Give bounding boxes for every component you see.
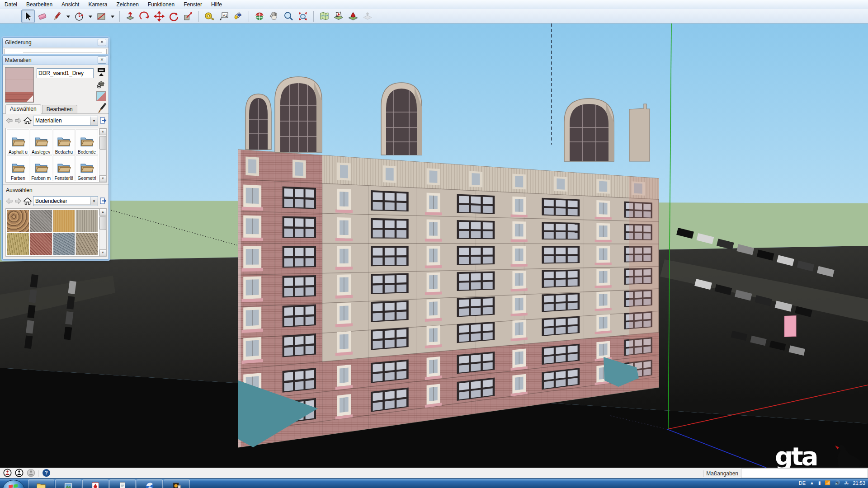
- taskbar-app-google-earth[interactable]: [137, 479, 163, 488]
- model-scene[interactable]: [0, 23, 868, 468]
- materials-titlebar[interactable]: Materialien ✕: [3, 56, 108, 65]
- tool-push-pull[interactable]: [123, 9, 137, 23]
- texture-swatch-blue-gravel[interactable]: [53, 233, 75, 255]
- tool-tape-measure[interactable]: [203, 9, 216, 23]
- tool-select[interactable]: [21, 9, 35, 23]
- taskbar-app-notepad[interactable]: [109, 479, 136, 488]
- material-folder[interactable]: Bedachu: [53, 129, 75, 155]
- tool-eraser[interactable]: [36, 9, 49, 23]
- network-icon[interactable]: 🖧: [844, 480, 849, 485]
- home-icon[interactable]: [24, 197, 32, 205]
- geolocation-icon[interactable]: [3, 469, 12, 479]
- material-folder[interactable]: Asphalt u: [7, 129, 29, 155]
- tool-text[interactable]: A1: [217, 9, 231, 23]
- tray-expand-icon[interactable]: ▲: [810, 480, 814, 485]
- tool-zoom-extents[interactable]: [296, 9, 310, 23]
- forward-arrow-icon[interactable]: [14, 117, 22, 124]
- create-material-icon[interactable]: [97, 80, 106, 89]
- tool-zoom[interactable]: [282, 9, 295, 23]
- menu-ansicht[interactable]: Ansicht: [57, 0, 84, 9]
- pink-marker-face[interactable]: [784, 316, 796, 337]
- material-folder[interactable]: Fensterlä: [53, 155, 75, 181]
- tool-pencil-dropdown[interactable]: [65, 9, 71, 23]
- default-material-icon[interactable]: [96, 91, 106, 101]
- chevron-down-icon[interactable]: ▼: [90, 117, 98, 125]
- menu-funktionen[interactable]: Funktionen: [143, 0, 179, 9]
- taskbar-clock[interactable]: 21:53: [853, 480, 865, 486]
- collection-dropdown-secondary[interactable]: Bodendecker ▼: [33, 196, 98, 206]
- taskbar-app-sketchup[interactable]: [82, 479, 108, 488]
- help-icon[interactable]: ?: [42, 469, 51, 479]
- scroll-down-icon[interactable]: ▼: [99, 175, 106, 182]
- menu-datei[interactable]: Datei: [0, 0, 22, 9]
- texture-swatch-pebbles[interactable]: [7, 210, 29, 232]
- material-folder[interactable]: Geometri: [75, 155, 98, 181]
- collection-dropdown-primary[interactable]: Materialien ▼: [33, 116, 98, 126]
- chevron-down-icon[interactable]: ▼: [90, 197, 98, 205]
- tool-arc-dropdown[interactable]: [87, 9, 94, 23]
- scroll-down-icon[interactable]: ▼: [99, 249, 106, 256]
- texture-swatch-dry-grass[interactable]: [7, 233, 29, 255]
- home-icon[interactable]: [24, 117, 32, 124]
- taskbar-app-windows-explorer[interactable]: [28, 479, 54, 488]
- texture-swatch-sand[interactable]: [53, 210, 75, 232]
- menu-hilfe[interactable]: Hilfe: [207, 0, 226, 9]
- scrollbar-secondary[interactable]: ▲ ▼: [99, 209, 106, 256]
- scrollbar-primary[interactable]: ▲ ▼: [99, 128, 106, 182]
- tool-share-model[interactable]: [361, 9, 374, 23]
- sign-in-icon[interactable]: [27, 469, 35, 479]
- menu-bearbeiten[interactable]: Bearbeiten: [22, 0, 57, 9]
- tool-pencil[interactable]: [50, 9, 64, 23]
- forward-arrow-icon[interactable]: [14, 197, 22, 205]
- texture-swatch-red-granite[interactable]: [30, 233, 52, 255]
- materials-panel[interactable]: Materialien ✕: [2, 55, 109, 260]
- material-name-field[interactable]: [37, 68, 94, 78]
- outliner-filter-input[interactable]: [5, 49, 107, 56]
- scroll-thumb[interactable]: [99, 136, 106, 150]
- menu-fenster[interactable]: Fenster: [179, 0, 207, 9]
- material-folder[interactable]: Bodende: [75, 129, 98, 155]
- material-folder[interactable]: Farben: [7, 155, 29, 181]
- volume-icon[interactable]: 🔊: [835, 480, 840, 485]
- texture-swatch-mixed-gravel[interactable]: [75, 233, 98, 255]
- tool-rectangle[interactable]: [94, 9, 108, 23]
- tool-rotate[interactable]: [167, 9, 180, 23]
- details-arrow-icon[interactable]: [99, 117, 107, 125]
- tool-follow-me[interactable]: [138, 9, 151, 23]
- texture-swatch-gray-gravel[interactable]: [30, 210, 52, 232]
- tool-rectangle-dropdown[interactable]: [109, 9, 116, 23]
- tool-toggle-terrain[interactable]: [332, 9, 345, 23]
- viewport-3d[interactable]: Gliederung ✕ Materialien ✕: [0, 23, 868, 468]
- menu-kamera[interactable]: Kamera: [84, 0, 112, 9]
- secondary-pane-toggle-icon[interactable]: [97, 68, 105, 77]
- tool-arc[interactable]: [72, 9, 86, 23]
- tool-move[interactable]: [152, 9, 166, 23]
- tool-pan[interactable]: [267, 9, 281, 23]
- model-info-icon[interactable]: [15, 469, 24, 479]
- wifi-icon[interactable]: 📶: [825, 480, 830, 485]
- eyedropper-icon[interactable]: [97, 103, 107, 115]
- tool-orbit[interactable]: [253, 9, 266, 23]
- tool-scale[interactable]: [181, 9, 195, 23]
- texture-swatch-striped-gravel[interactable]: [75, 210, 98, 232]
- material-folder[interactable]: Auslegev: [30, 129, 52, 155]
- tool-paint-bucket[interactable]: [231, 9, 245, 23]
- scroll-up-icon[interactable]: ▲: [99, 209, 106, 216]
- language-indicator[interactable]: DE: [799, 480, 806, 486]
- battery-icon[interactable]: ▮: [818, 480, 821, 485]
- scroll-up-icon[interactable]: ▲: [99, 128, 106, 135]
- close-icon[interactable]: ✕: [98, 56, 106, 64]
- tab-auswaehlen[interactable]: Auswählen: [5, 104, 41, 114]
- details-arrow-icon[interactable]: [99, 197, 107, 205]
- close-icon[interactable]: ✕: [98, 39, 106, 46]
- taskbar-app-photo-viewer[interactable]: [55, 479, 81, 488]
- outliner-panel[interactable]: Gliederung ✕: [2, 38, 109, 57]
- tool-add-location[interactable]: [317, 9, 331, 23]
- outliner-titlebar[interactable]: Gliederung ✕: [3, 38, 108, 47]
- taskbar-app-image-viewer[interactable]: [164, 479, 190, 488]
- back-arrow-icon[interactable]: [5, 197, 13, 205]
- back-arrow-icon[interactable]: [5, 117, 13, 124]
- material-preview-thumbnail[interactable]: [5, 67, 34, 103]
- tab-bearbeiten[interactable]: Bearbeiten: [42, 105, 77, 113]
- measurements-input[interactable]: [741, 469, 868, 478]
